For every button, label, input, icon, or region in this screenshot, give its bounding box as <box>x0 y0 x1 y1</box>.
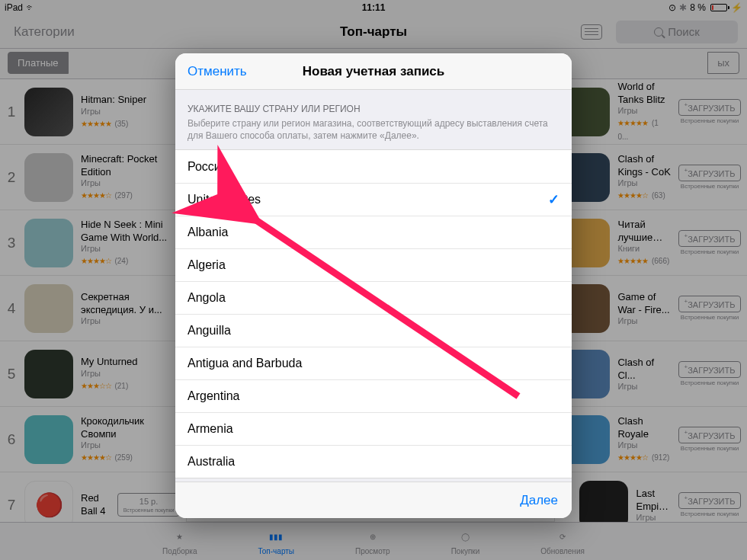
checkmark-icon: ✓ <box>548 191 559 208</box>
modal-footer: Далее <box>175 482 572 518</box>
modal-title: Новая учетная запись <box>303 64 445 79</box>
section-title: УКАЖИТЕ ВАШУ СТРАНУ ИЛИ РЕГИОН <box>188 104 559 114</box>
country-option[interactable]: Armenia <box>175 412 572 445</box>
section-header: УКАЖИТЕ ВАШУ СТРАНУ ИЛИ РЕГИОН Выберите … <box>175 90 572 149</box>
modal-body: УКАЖИТЕ ВАШУ СТРАНУ ИЛИ РЕГИОН Выберите … <box>175 90 572 482</box>
country-option[interactable]: Angola <box>175 281 572 314</box>
country-option[interactable]: Algeria <box>175 248 572 281</box>
next-button[interactable]: Далее <box>520 493 558 508</box>
section-subtitle: Выберите страну или регион магазина, соо… <box>188 117 559 142</box>
country-option[interactable]: United States✓ <box>175 183 572 216</box>
country-list[interactable]: РоссияUnited States✓AlbaniaAlgeriaAngola… <box>175 149 572 478</box>
new-account-modal: Отменить Новая учетная запись УКАЖИТЕ ВА… <box>175 53 572 518</box>
cancel-button[interactable]: Отменить <box>188 64 247 79</box>
country-option[interactable]: Anguilla <box>175 314 572 347</box>
country-option[interactable]: Antigua and Barbuda <box>175 347 572 379</box>
country-option[interactable]: Albania <box>175 216 572 248</box>
modal-header: Отменить Новая учетная запись <box>175 53 572 90</box>
country-option[interactable]: Argentina <box>175 379 572 412</box>
country-option[interactable]: Россия <box>175 150 572 183</box>
country-option[interactable]: Australia <box>175 445 572 478</box>
